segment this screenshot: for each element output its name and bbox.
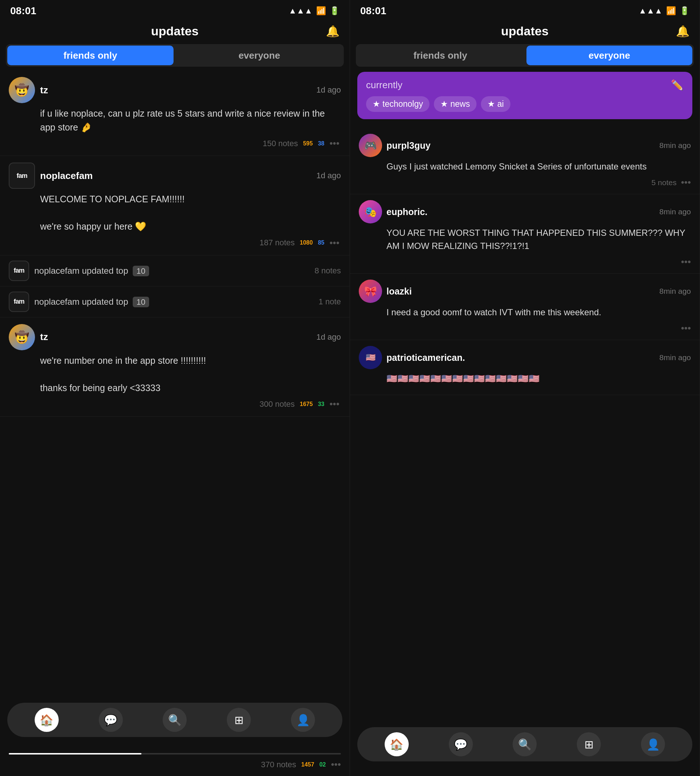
post-footer-tz-2: 300 notes 167533 ••• — [9, 398, 341, 410]
update-row-2: fam noplacefam updated top 10 1 note — [0, 286, 350, 318]
signal-icon-left: ▲▲▲ — [289, 6, 312, 16]
update-notes-2: 1 note — [318, 297, 341, 306]
avatar-tz-2[interactable]: 🤠 — [9, 324, 35, 350]
post-purpl3guy: 🎮 purpl3guy 8min ago Guys I just watched… — [350, 128, 700, 194]
post-meta-tz-2: tz 1d ago — [40, 331, 341, 343]
battery-icon-right: 🔋 — [680, 6, 690, 16]
count2-noplacefam-1: 85 — [318, 240, 325, 246]
avatar-purpl3guy[interactable]: 🎮 — [359, 134, 382, 157]
notes-label-tz-2: 300 notes — [260, 400, 295, 409]
post-body-noplacefam-1: WELCOME TO NOPLACE FAM!!!!!!we're so hap… — [9, 192, 341, 234]
top-badge-2: 10 — [133, 297, 149, 307]
post-header-tz-1: 🤠 tz 1d ago — [9, 77, 341, 103]
more-dots-tz-1[interactable]: ••• — [330, 138, 340, 149]
avatar-patriotic[interactable]: 🇺🇸 — [359, 346, 382, 369]
tab-bar-left: friends only everyone — [6, 44, 344, 67]
bell-icon-right[interactable]: 🔔 — [676, 25, 690, 38]
tag-ai[interactable]: ★ ai — [481, 96, 510, 112]
status-time-left: 08:01 — [10, 5, 37, 17]
nav-grid-left[interactable]: ⊞ — [227, 708, 251, 732]
nav-chat-right[interactable]: 💬 — [449, 732, 473, 756]
nav-profile-right[interactable]: 👤 — [641, 732, 665, 756]
body-loazki: I need a good oomf to watch IVT with me … — [359, 306, 691, 319]
nav-search-right[interactable]: 🔍 — [513, 732, 537, 756]
right-phone-panel: 08:01 ▲▲▲ 📶 🔋 updates 🔔 friends only eve… — [350, 0, 700, 776]
update-row-1: fam noplacefam updated top 10 8 notes — [0, 255, 350, 286]
count1-tz-2: 1675 — [300, 401, 313, 408]
header-loazki: 🎀 loazki 8min ago — [359, 280, 691, 303]
update-notes-1: 8 notes — [315, 266, 341, 276]
nav-grid-right[interactable]: ⊞ — [577, 732, 601, 756]
post-footer-tz-1: 150 notes 59538 ••• — [9, 138, 341, 149]
nav-home-right[interactable]: 🏠 — [385, 732, 409, 756]
battery-icon-left: 🔋 — [330, 6, 340, 16]
post-patriotic: 🇺🇸 patrioticamerican. 8min ago 🇺🇸🇺🇸🇺🇸🇺🇸🇺… — [350, 340, 700, 395]
tab-everyone-right[interactable]: everyone — [527, 45, 693, 65]
more-dots-noplacefam-1[interactable]: ••• — [330, 237, 340, 248]
nav-profile-left[interactable]: 👤 — [291, 708, 315, 732]
username-patriotic[interactable]: patrioticamerican. — [387, 353, 655, 363]
post-header-noplacefam-1: fam noplacefam 1d ago — [9, 163, 341, 189]
tab-everyone-left[interactable]: everyone — [177, 45, 343, 65]
avatar-noplacefam-1[interactable]: fam — [9, 163, 35, 189]
tag-technology[interactable]: ★ techonolgy — [366, 96, 430, 112]
bell-icon-left[interactable]: 🔔 — [326, 25, 340, 38]
username-loazki[interactable]: loazki — [387, 286, 655, 297]
nav-search-left[interactable]: 🔍 — [163, 708, 187, 732]
tab-friends-left[interactable]: friends only — [7, 45, 173, 65]
status-icons-left: ▲▲▲ 📶 🔋 — [289, 6, 340, 16]
post-header-tz-2: 🤠 tz 1d ago — [9, 324, 341, 350]
nav-home-left[interactable]: 🏠 — [35, 708, 59, 732]
header-euphoric: 🎭 euphoric. 8min ago — [359, 200, 691, 223]
avatar-update-2[interactable]: fam — [9, 291, 29, 312]
tags-row: ★ techonolgy ★ news ★ ai — [366, 96, 683, 112]
username-tz-1[interactable]: tz — [40, 85, 48, 96]
scroll-fill-left — [9, 753, 142, 754]
bottom-nav-right: 🏠 💬 🔍 ⊞ 👤 — [350, 721, 700, 776]
top-badge-1: 10 — [133, 266, 149, 276]
signal-icon-right: ▲▲▲ — [639, 6, 662, 16]
time-patriotic: 8min ago — [660, 353, 691, 362]
post-tz-1: 🤠 tz 1d ago if u like noplace, can u plz… — [0, 70, 350, 156]
nav-chat-left[interactable]: 💬 — [99, 708, 123, 732]
nav-pill-right: 🏠 💬 🔍 ⊞ 👤 — [357, 727, 692, 761]
currently-header: currently ✏️ — [366, 79, 683, 91]
username-tz-2[interactable]: tz — [40, 331, 48, 343]
dots-purpl3guy[interactable]: ••• — [681, 177, 691, 188]
post-body-tz-2: we're number one in the app store !!!!!!… — [9, 354, 341, 395]
tab-friends-right[interactable]: friends only — [357, 45, 523, 65]
footer-euphoric: ••• — [359, 256, 691, 268]
left-phone-panel: 08:01 ▲▲▲ 📶 🔋 updates 🔔 friends only eve… — [0, 0, 350, 776]
username-noplacefam-1[interactable]: noplacefam — [40, 170, 93, 182]
dots-euphoric[interactable]: ••• — [681, 256, 691, 268]
scroll-bar-left — [9, 753, 341, 754]
header-title-left: updates — [151, 24, 198, 38]
header-right: updates 🔔 — [350, 20, 700, 44]
nav-pill-left: 🏠 💬 🔍 ⊞ 👤 — [7, 703, 342, 737]
header-left: updates 🔔 — [0, 20, 350, 44]
notes-label-noplacefam-1: 187 notes — [260, 238, 295, 248]
notes-label-tz-1: 150 notes — [263, 139, 298, 148]
bottom-dots-left[interactable]: ••• — [331, 759, 341, 770]
bottom-count1-left: 1457 — [301, 761, 314, 768]
more-dots-tz-2[interactable]: ••• — [330, 398, 340, 410]
time-euphoric: 8min ago — [660, 207, 691, 216]
wifi-icon-left: 📶 — [316, 6, 326, 16]
count1-noplacefam-1: 1080 — [300, 240, 313, 246]
bottom-count2-left: 02 — [319, 761, 326, 768]
avatar-loazki[interactable]: 🎀 — [359, 280, 382, 303]
username-purpl3guy[interactable]: purpl3guy — [387, 140, 655, 151]
scroll-hint-left: 370 notes 145702 ••• — [0, 751, 350, 776]
avatar-update-1[interactable]: fam — [9, 261, 29, 281]
avatar-tz-1[interactable]: 🤠 — [9, 77, 35, 103]
status-time-right: 08:01 — [360, 5, 387, 17]
edit-icon[interactable]: ✏️ — [671, 79, 683, 91]
username-euphoric[interactable]: euphoric. — [387, 206, 655, 217]
tag-news[interactable]: ★ news — [434, 96, 477, 112]
status-bar-right: 08:01 ▲▲▲ 📶 🔋 — [350, 0, 700, 20]
dots-loazki[interactable]: ••• — [681, 323, 691, 334]
avatar-euphoric[interactable]: 🎭 — [359, 200, 382, 223]
post-body-tz-1: if u like noplace, can u plz rate us 5 s… — [9, 107, 341, 134]
notes-purpl3guy: 5 notes — [652, 178, 677, 187]
tab-bar-right: friends only everyone — [356, 44, 694, 67]
